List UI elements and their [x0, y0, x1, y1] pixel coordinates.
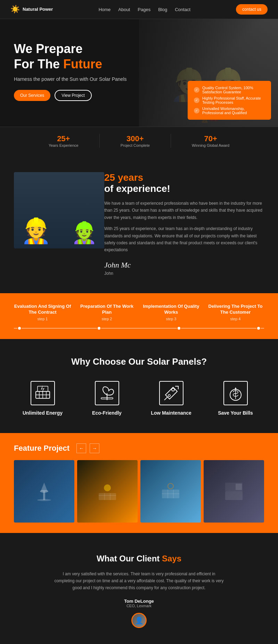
- process-timeline: [14, 328, 264, 329]
- brand-name: Natural Power: [23, 7, 53, 12]
- hero-title-line1: We Prepare: [14, 42, 82, 56]
- hero-content: We Prepare For The Future Harness the po…: [14, 41, 139, 111]
- feature-title: Feature Project: [14, 444, 70, 453]
- nav-blog[interactable]: Blog: [158, 7, 167, 12]
- svg-rect-24: [225, 491, 243, 500]
- svg-rect-15: [99, 493, 116, 500]
- stat-experience-number: 25+: [49, 134, 79, 143]
- hero-title-highlight: Future: [63, 57, 102, 71]
- feature-card-1[interactable]: [14, 460, 74, 523]
- maintenance-label: Low Maintenance: [142, 410, 200, 416]
- testimonial-section: What Our Client Says I am very satisfied…: [0, 533, 278, 644]
- energy-label: Unlimited Energy: [14, 410, 71, 416]
- stat-divider-1: [99, 134, 100, 148]
- process-step-4: Delivering The Project To The Customer s…: [207, 304, 264, 321]
- stat-experience: 25+ Years Experience: [49, 134, 79, 147]
- process-dot-1: [17, 326, 22, 330]
- view-project-button[interactable]: View Project: [55, 90, 91, 101]
- feature-card-2[interactable]: [77, 460, 138, 523]
- bills-label: Save Your Bills: [207, 410, 264, 416]
- feature-nav: ← →: [76, 443, 99, 453]
- process-dot-3: [177, 326, 181, 330]
- experience-text1: We have a team of experienced profession…: [104, 200, 264, 221]
- svg-point-23: [168, 483, 173, 489]
- experience-years: 25 years: [104, 172, 264, 183]
- stats-bar: 25+ Years Experience 300+ Project Comple…: [0, 127, 278, 155]
- checklist-item-1: ✓ Quality Control System, 100% Satisfact…: [194, 86, 265, 94]
- process-step-3: Implementation Of Quality Works step 3: [142, 304, 200, 321]
- hero-checklist: ✓ Quality Control System, 100% Satisfact…: [188, 81, 271, 120]
- feature-card-3[interactable]: [140, 460, 201, 523]
- step3-title: Implementation Of Quality Works: [142, 304, 200, 315]
- why-title: Why Choose Our Solar Panels?: [14, 356, 264, 367]
- step4-title: Delivering The Project To The Customer: [207, 304, 264, 315]
- nav-contact[interactable]: Contact: [175, 7, 190, 12]
- why-item-bills: Save Your Bills: [207, 381, 264, 416]
- nav-home[interactable]: Home: [99, 7, 111, 12]
- signature: John Mc: [104, 261, 264, 270]
- testimonial-role: CEO, Lexmark: [14, 604, 264, 608]
- step3-label: step 3: [142, 317, 200, 321]
- hero-buttons: Our Services View Project: [14, 90, 139, 101]
- testimonial-text: I am very satisfied with the services. T…: [52, 570, 226, 592]
- svg-point-8: [172, 388, 174, 391]
- svg-point-9: [168, 395, 170, 397]
- sig-name: John: [104, 271, 264, 276]
- stat-projects-number: 300+: [121, 134, 150, 143]
- step4-label: step 4: [207, 317, 264, 321]
- logo-icon: ☀️: [10, 5, 20, 14]
- feature-prev-button[interactable]: ←: [76, 443, 86, 453]
- eco-friendly-icon: [95, 381, 119, 405]
- why-item-eco: Eco-Friendly: [78, 381, 136, 416]
- stat-projects-label: Project Complete: [121, 143, 150, 147]
- process-dots: [14, 326, 264, 330]
- eco-label: Eco-Friendly: [78, 410, 136, 416]
- stat-projects: 300+ Project Complete: [121, 134, 150, 147]
- experience-content: 25 years of experience! We have a team o…: [104, 172, 264, 276]
- check-icon-1: ✓: [194, 87, 199, 93]
- nav-pages[interactable]: Pages: [138, 7, 150, 12]
- contact-button[interactable]: contact us: [236, 4, 268, 15]
- hero-title: We Prepare For The Future: [14, 41, 139, 71]
- feature-next-button[interactable]: →: [90, 443, 99, 453]
- checklist-item-2: ✓ Highly Professional Staff, Accurate Te…: [194, 96, 265, 104]
- step1-title: Evaluation And Signing Of The Contract: [14, 304, 71, 315]
- svg-point-14: [104, 484, 111, 491]
- nav-links: Home About Pages Blog Contact: [99, 7, 190, 12]
- nav-about[interactable]: About: [118, 7, 130, 12]
- feature-card-4[interactable]: [204, 460, 264, 523]
- checklist-item-3: ✓ Unrivalled Workmanship, Professional a…: [194, 107, 265, 115]
- testimonial-author: Tom DeLonge: [14, 599, 264, 604]
- process-section: Evaluation And Signing Of The Contract s…: [0, 293, 278, 339]
- hero-subtitle: Harness the power of the Sun with Our So…: [14, 76, 139, 83]
- feature-header: Feature Project ← →: [14, 443, 264, 453]
- why-item-maintenance: Low Maintenance: [142, 381, 200, 416]
- process-dot-4: [256, 326, 261, 330]
- stat-divider-2: [171, 134, 171, 148]
- testimonial-avatar: 👤: [131, 613, 147, 628]
- low-maintenance-icon: [159, 381, 183, 405]
- process-step-1: Evaluation And Signing Of The Contract s…: [14, 304, 71, 321]
- feature-grid: [14, 460, 264, 523]
- navbar: ☀️ Natural Power Home About Pages Blog C…: [0, 0, 278, 19]
- services-button[interactable]: Our Services: [14, 90, 50, 101]
- experience-text2: With 25 years of experience, our team ha…: [104, 225, 264, 254]
- testimonial-title: What Our Client Says: [14, 554, 264, 564]
- why-section: Why Choose Our Solar Panels? Unlimited E…: [0, 339, 278, 433]
- feature-section: Feature Project ← →: [0, 433, 278, 533]
- hero-section: 👷👷‍♂️ 🏗️ We Prepare For The Future Harne…: [0, 19, 278, 127]
- step2-title: Preparation Of The Work Plan: [78, 304, 136, 315]
- process-step-2: Preparation Of The Work Plan step 2: [78, 304, 136, 321]
- svg-rect-26: [236, 484, 242, 490]
- experience-section: 25 years of experience! We have a team o…: [0, 155, 278, 293]
- why-item-energy: Unlimited Energy: [14, 381, 71, 416]
- stat-awards-label: Winning Global Award: [192, 143, 229, 147]
- stat-awards-number: 70+: [192, 134, 229, 143]
- process-steps: Evaluation And Signing Of The Contract s…: [14, 304, 264, 321]
- step2-label: step 2: [78, 317, 136, 321]
- process-dot-2: [97, 326, 101, 330]
- why-grid: Unlimited Energy Eco-Friendly: [14, 381, 264, 416]
- check-icon-2: ✓: [194, 98, 199, 103]
- logo: ☀️ Natural Power: [10, 5, 53, 14]
- experience-image: [14, 172, 104, 248]
